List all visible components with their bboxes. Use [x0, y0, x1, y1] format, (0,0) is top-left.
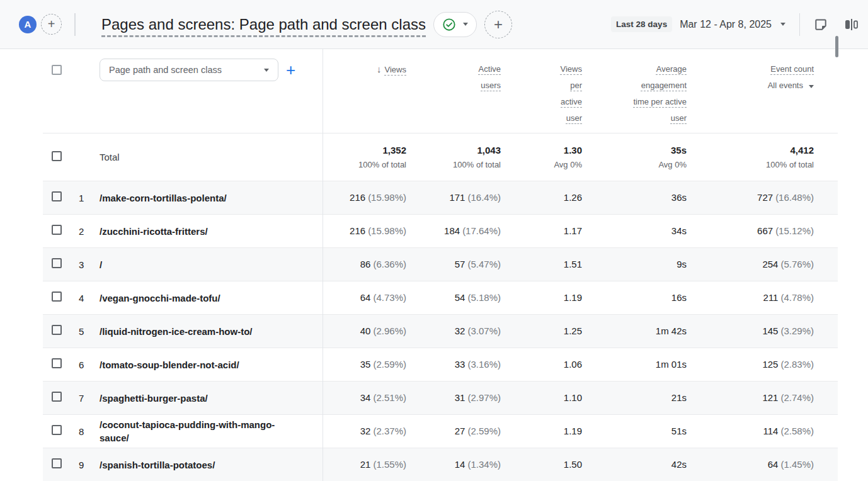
row-checkbox[interactable]: [52, 458, 62, 468]
notes-button[interactable]: [813, 16, 829, 33]
table-body: 1 /make-corn-tortillas-polenta/ 216(15.9…: [43, 181, 838, 481]
table-row: 9 /spanish-tortilla-potatoes/ 21(1.55%) …: [43, 448, 838, 481]
engagement-cell: 42s: [582, 459, 687, 470]
active-users-cell: 14(1.34%): [406, 459, 501, 470]
event-count-cell: 667(15.12%): [687, 225, 814, 237]
report-status-dropdown[interactable]: [433, 12, 477, 37]
event-count-cell: 254(5.76%): [687, 259, 814, 270]
add-comparison-button[interactable]: +: [41, 14, 62, 35]
page-path: /make-corn-tortillas-polenta/: [100, 191, 227, 205]
engagement-cell: 34s: [582, 225, 687, 237]
views-per-user-cell: 1.06: [501, 359, 582, 370]
event-count-cell: 64(1.45%): [687, 459, 814, 470]
scrollbar-thumb[interactable]: [835, 36, 838, 57]
views-per-user-cell: 1.10: [501, 392, 582, 404]
engagement-cell: 16s: [582, 292, 687, 303]
row-checkbox[interactable]: [52, 358, 62, 368]
views-cell: 216(15.98%): [323, 192, 406, 203]
views-per-user-column-header[interactable]: Views per active user: [501, 49, 582, 127]
views-cell: 86(6.36%): [323, 259, 406, 270]
views-cell: 40(2.96%): [323, 325, 406, 337]
views-per-user-cell: 1.50: [501, 459, 582, 470]
engagement-cell: 1m 01s: [582, 359, 687, 370]
active-users-cell: 31(2.97%): [406, 392, 501, 404]
event-count-cell: 727(16.48%): [687, 192, 814, 203]
event-count-cell: 211(4.78%): [687, 292, 814, 303]
select-all-checkbox[interactable]: [52, 65, 62, 75]
event-filter-dropdown[interactable]: All events: [687, 77, 814, 94]
engagement-cell: 36s: [582, 192, 687, 203]
page-title[interactable]: Pages and screens: Page path and screen …: [101, 16, 426, 33]
page-path: /coconut-tapioca-pudding-with-mango-sauc…: [100, 418, 279, 444]
table-row: 8 /coconut-tapioca-pudding-with-mango-sa…: [43, 414, 838, 448]
chevron-down-icon: [780, 23, 785, 26]
row-number: 1: [79, 193, 100, 203]
row-checkbox[interactable]: [52, 225, 62, 235]
dimension-selector-label: Page path and screen class: [109, 65, 222, 75]
table-row: 6 /tomato-soup-blender-not-acid/ 35(2.59…: [43, 348, 838, 381]
views-per-user-cell: 1.51: [501, 259, 582, 270]
add-dimension-button[interactable]: +: [286, 62, 295, 78]
page-path: /tomato-soup-blender-not-acid/: [100, 358, 239, 371]
table-row: 7 /spaghetti-burger-pasta/ 34(2.51%) 31(…: [43, 381, 838, 414]
row-checkbox[interactable]: [52, 191, 62, 201]
page-path: /vegan-gnocchi-made-tofu/: [100, 291, 220, 305]
report-table: Page path and screen class + ↓Views Acti…: [43, 49, 838, 481]
row-checkbox[interactable]: [52, 291, 62, 302]
add-report-button[interactable]: +: [484, 11, 512, 38]
engagement-cell: 9s: [582, 259, 687, 270]
views-cell: 21(1.55%): [323, 459, 406, 470]
total-event-count-cell: 4,412 100% of total: [687, 145, 814, 169]
row-number: 6: [79, 359, 100, 370]
chevron-down-icon: [264, 69, 269, 72]
row-checkbox[interactable]: [52, 392, 62, 402]
row-number: 4: [79, 293, 100, 303]
row-checkbox[interactable]: [52, 258, 62, 268]
event-count-column-header[interactable]: Event count All events: [687, 49, 814, 94]
table-row: 4 /vegan-gnocchi-made-tofu/ 64(4.73%) 54…: [43, 281, 838, 314]
date-range-selector[interactable]: Mar 12 - Apr 8, 2025: [680, 19, 785, 30]
page-path: /: [100, 258, 102, 271]
row-checkbox[interactable]: [52, 325, 62, 335]
avg-engagement-column-header[interactable]: Average engagement time per active user: [582, 49, 687, 127]
report-header: A + Pages and screens: Page path and scr…: [0, 0, 868, 49]
event-count-cell: 121(2.74%): [687, 392, 814, 404]
date-range-badge: Last 28 days: [611, 16, 672, 32]
date-range-text: Mar 12 - Apr 8, 2025: [680, 19, 772, 30]
active-users-cell: 27(2.59%): [406, 426, 501, 437]
table-row: 5 /liquid-nitrogen-ice-cream-how-to/ 40(…: [43, 314, 838, 348]
active-users-column-header[interactable]: Active users: [406, 49, 501, 94]
total-row: Total 1,352 100% of total 1,043 100% of …: [43, 133, 838, 181]
views-per-user-cell: 1.17: [501, 225, 582, 237]
views-per-user-cell: 1.19: [501, 292, 582, 303]
note-icon: [813, 17, 828, 32]
total-views-cell: 1,352 100% of total: [323, 145, 406, 169]
views-column-header[interactable]: ↓Views: [323, 49, 406, 78]
active-users-cell: 54(5.18%): [406, 292, 501, 303]
total-label: Total: [100, 152, 323, 162]
total-row-checkbox[interactable]: [52, 151, 62, 161]
row-checkbox[interactable]: [52, 425, 62, 435]
views-per-user-cell: 1.26: [501, 192, 582, 203]
row-number: 2: [79, 226, 100, 237]
page-path: /spanish-tortilla-potatoes/: [100, 458, 215, 472]
total-engagement-cell: 35s Avg 0%: [582, 145, 687, 169]
chevron-down-icon: [463, 23, 468, 26]
views-cell: 35(2.59%): [323, 359, 406, 370]
active-users-cell: 184(17.64%): [406, 225, 501, 237]
header-right-group: Last 28 days Mar 12 - Apr 8, 2025: [611, 13, 859, 36]
total-active-users-cell: 1,043 100% of total: [406, 145, 501, 169]
sort-descending-icon: ↓: [377, 64, 382, 74]
chevron-down-icon: [809, 85, 814, 88]
event-count-cell: 145(3.29%): [687, 325, 814, 337]
row-number: 7: [79, 393, 100, 404]
comparison-button[interactable]: [843, 16, 859, 33]
table-row: 3 / 86(6.36%) 57(5.47%) 1.51 9s 254(5.76…: [43, 247, 838, 281]
views-cell: 32(2.37%): [323, 426, 406, 437]
table-row: 2 /zucchini-ricotta-fritters/ 216(15.98%…: [43, 214, 838, 247]
avatar[interactable]: A: [19, 16, 37, 33]
table-row: 1 /make-corn-tortillas-polenta/ 216(15.9…: [43, 181, 838, 214]
page-path: /spaghetti-burger-pasta/: [100, 392, 208, 405]
views-cell: 64(4.73%): [323, 292, 406, 303]
dimension-selector[interactable]: Page path and screen class: [100, 59, 278, 81]
